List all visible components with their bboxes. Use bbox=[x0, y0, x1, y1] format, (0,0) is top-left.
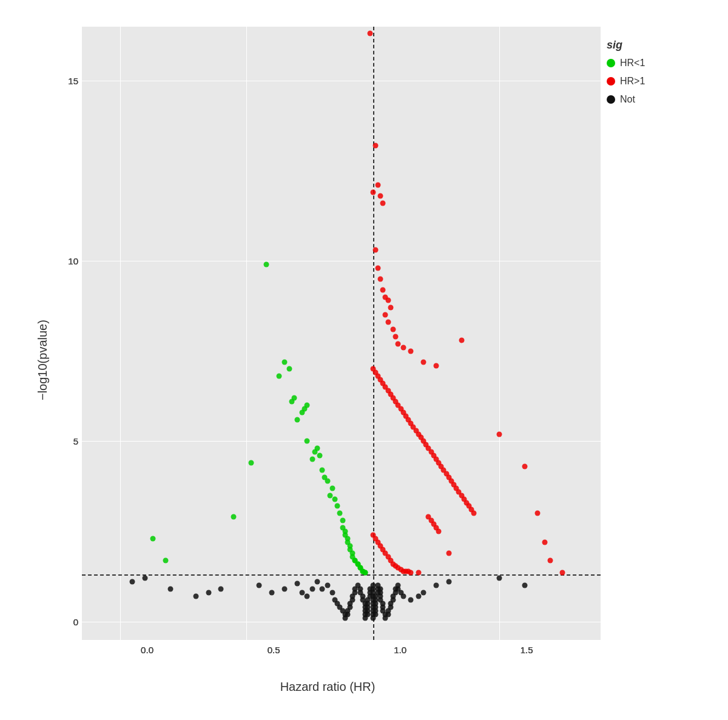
data-dot bbox=[385, 298, 391, 303]
data-dot bbox=[305, 594, 310, 599]
x-tick-label: 1.0 bbox=[394, 645, 406, 655]
data-dot bbox=[459, 337, 464, 343]
plot-area-wrapper: 051015051015051015 0.00.51.01.50.00.51.0… bbox=[55, 27, 601, 694]
data-dot bbox=[471, 511, 477, 516]
data-dot bbox=[256, 583, 261, 588]
data-dot bbox=[497, 431, 502, 437]
data-dot bbox=[314, 579, 320, 585]
data-dot bbox=[388, 305, 393, 311]
data-dot bbox=[393, 334, 399, 339]
data-dot bbox=[309, 587, 315, 592]
data-dot bbox=[317, 453, 323, 459]
data-dot bbox=[522, 464, 527, 469]
data-dot bbox=[305, 402, 310, 408]
data-dot bbox=[396, 341, 401, 346]
data-dot bbox=[400, 345, 406, 350]
data-dot bbox=[416, 570, 421, 576]
data-dot bbox=[231, 514, 237, 520]
data-dot bbox=[363, 570, 368, 576]
chart-right: 051015051015051015 0.00.51.01.50.00.51.0… bbox=[55, 27, 698, 694]
data-dot bbox=[497, 576, 502, 581]
x-tick-label: 1.5 bbox=[521, 645, 533, 655]
data-dot bbox=[416, 594, 421, 599]
data-dot bbox=[335, 503, 340, 509]
y-tick-label: 15 bbox=[68, 76, 78, 86]
data-dot bbox=[378, 276, 383, 281]
legend-dot-hr-less bbox=[607, 59, 615, 67]
x-axis-label: Hazard ratio (HR) bbox=[55, 680, 601, 694]
data-dot bbox=[433, 583, 439, 588]
data-dot bbox=[370, 190, 376, 195]
x-tick-label: 0.5 bbox=[268, 645, 280, 655]
data-dot bbox=[277, 374, 282, 379]
legend-title: sig bbox=[607, 39, 622, 52]
data-dot bbox=[314, 446, 320, 451]
data-dot bbox=[421, 590, 426, 596]
data-dot bbox=[167, 587, 173, 592]
data-dot bbox=[446, 579, 451, 585]
data-dot bbox=[408, 597, 414, 603]
data-dot bbox=[522, 583, 527, 588]
data-dot bbox=[249, 460, 254, 466]
data-dot bbox=[380, 287, 386, 292]
legend-area: sig HR<1 HR>1 Not bbox=[601, 27, 698, 694]
data-dot bbox=[378, 193, 383, 199]
y-tick-label: 0 bbox=[73, 617, 78, 627]
data-dot bbox=[375, 183, 380, 188]
data-dot bbox=[391, 327, 396, 332]
data-dot bbox=[281, 359, 287, 365]
data-dot bbox=[337, 511, 343, 516]
legend-dot-not bbox=[607, 95, 615, 104]
data-dot bbox=[320, 587, 325, 592]
legend-item-hr-less: HR<1 bbox=[607, 58, 645, 69]
data-dot bbox=[380, 200, 386, 206]
data-dot bbox=[294, 417, 300, 422]
chart-title-area: −log10(pvalue) 051015051015051015 0.00.5… bbox=[30, 27, 698, 694]
data-dot bbox=[547, 557, 553, 563]
x-tick-label: 0.0 bbox=[141, 645, 153, 655]
data-dot bbox=[218, 587, 224, 592]
data-dot bbox=[294, 581, 300, 587]
chart-container: −log10(pvalue) 051015051015051015 0.00.5… bbox=[30, 27, 698, 694]
legend-item-not: Not bbox=[607, 94, 635, 105]
data-dot bbox=[206, 590, 211, 596]
data-dot bbox=[332, 496, 338, 502]
data-dot bbox=[408, 348, 414, 354]
data-dot bbox=[372, 247, 378, 253]
data-dot bbox=[287, 366, 292, 372]
data-dot bbox=[433, 363, 439, 368]
data-dot bbox=[375, 265, 380, 271]
legend-item-hr-greater: HR>1 bbox=[607, 76, 645, 87]
data-dot bbox=[383, 312, 388, 318]
data-dot bbox=[329, 590, 335, 596]
plot-and-legend: 051015051015051015 0.00.51.01.50.00.51.0… bbox=[55, 27, 698, 694]
data-dot bbox=[309, 457, 315, 462]
y-tick-label: 5 bbox=[73, 436, 78, 446]
data-dot bbox=[534, 511, 540, 516]
data-dot bbox=[193, 594, 198, 599]
data-dot bbox=[264, 262, 269, 267]
data-dot bbox=[305, 439, 310, 444]
plot-area bbox=[82, 27, 601, 640]
legend-label-not: Not bbox=[620, 94, 635, 105]
x-axis-area: 0.00.51.01.50.00.51.01.50.00.51.01.5 bbox=[55, 640, 601, 676]
data-dot bbox=[340, 518, 345, 523]
data-dot bbox=[130, 579, 135, 585]
data-dot bbox=[408, 570, 414, 576]
data-dot bbox=[292, 395, 297, 401]
data-dot bbox=[542, 539, 548, 545]
legend-dot-hr-greater bbox=[607, 77, 615, 86]
data-dot bbox=[385, 320, 391, 325]
data-dot bbox=[320, 467, 325, 473]
data-dot bbox=[163, 557, 168, 563]
data-dot bbox=[143, 576, 148, 581]
data-dot bbox=[281, 587, 287, 592]
data-dot bbox=[421, 359, 426, 365]
data-dot bbox=[325, 478, 330, 483]
y-tick-label: 10 bbox=[68, 256, 78, 266]
legend-label-hr-greater: HR>1 bbox=[620, 76, 645, 87]
data-dot bbox=[368, 31, 373, 36]
data-dot bbox=[446, 550, 451, 556]
data-dot bbox=[372, 143, 378, 148]
data-dot bbox=[325, 583, 330, 588]
